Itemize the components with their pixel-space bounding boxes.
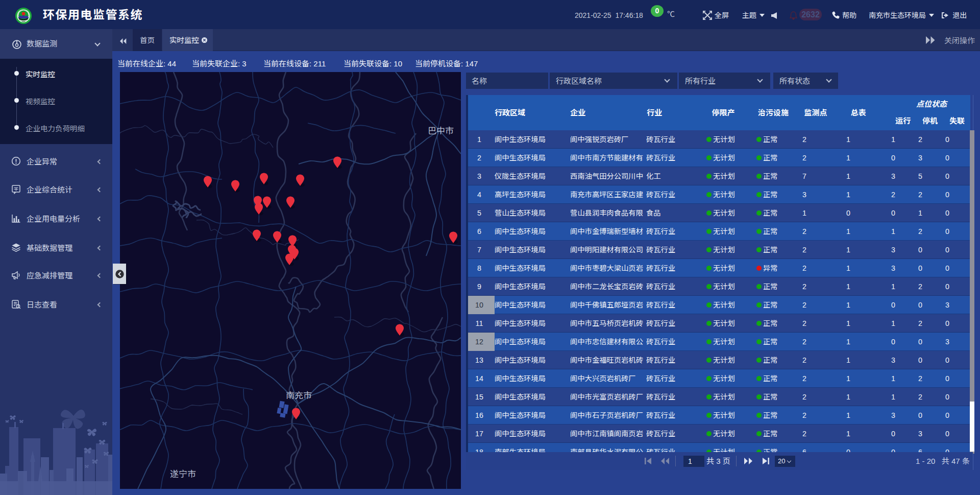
svg-text:南充市: 南充市 [286, 388, 312, 401]
svg-text:巴中市: 巴中市 [428, 124, 454, 136]
svg-text:遂宁市: 遂宁市 [170, 467, 196, 480]
